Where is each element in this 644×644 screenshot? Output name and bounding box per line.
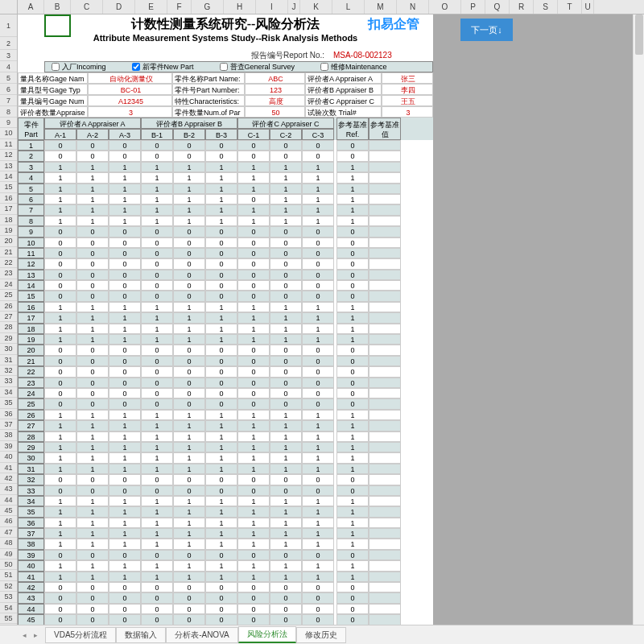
cell-value[interactable]: 0 (141, 582, 173, 592)
cell-part[interactable]: 3 (18, 162, 44, 172)
cell-part[interactable]: 16 (18, 302, 44, 312)
cell-part[interactable]: 19 (18, 334, 44, 345)
cell-value[interactable]: 1 (76, 312, 109, 323)
cell-value[interactable]: 0 (141, 151, 173, 161)
row-header-44[interactable]: 44 (0, 495, 17, 506)
cell-value[interactable]: 0 (237, 582, 270, 592)
cell-value[interactable]: 1 (141, 172, 173, 183)
cell-value[interactable]: 0 (44, 582, 76, 592)
cell-value[interactable]: 1 (270, 216, 302, 226)
cell-ref[interactable]: 0 (336, 226, 369, 237)
col-header-D[interactable]: D (103, 0, 135, 14)
cell-value[interactable]: 1 (109, 194, 141, 204)
cell-value[interactable]: 0 (173, 280, 205, 291)
cell-value[interactable]: 0 (270, 226, 302, 237)
row-header-3[interactable]: 3 (0, 50, 17, 61)
cell-value[interactable]: 1 (173, 302, 205, 312)
cell-ref[interactable]: 0 (336, 237, 369, 248)
cell-value[interactable]: 1 (270, 312, 302, 323)
cell-value[interactable]: 0 (141, 226, 173, 237)
cell-value[interactable]: 1 (173, 496, 205, 506)
cell-refvalue[interactable] (369, 248, 401, 258)
cell-value[interactable]: 1 (173, 518, 205, 528)
cell-value[interactable]: 1 (237, 184, 270, 194)
cell-value[interactable]: 0 (173, 398, 205, 409)
col-header-B[interactable]: B (44, 0, 71, 14)
col-header-S[interactable]: S (534, 0, 558, 14)
cell-ref[interactable]: 1 (336, 204, 369, 215)
cell-value[interactable]: 1 (44, 506, 76, 517)
cell-ref[interactable]: 0 (336, 248, 369, 258)
cell-part[interactable]: 36 (18, 518, 44, 528)
option-checkbox-0[interactable] (52, 63, 60, 71)
cell-ref[interactable]: 1 (336, 518, 369, 528)
cell-value[interactable]: 0 (109, 248, 141, 258)
row-header-50[interactable]: 50 (0, 559, 17, 570)
cell-value[interactable]: 0 (76, 366, 109, 377)
cell-value[interactable]: 0 (237, 194, 270, 204)
cell-value[interactable]: 0 (44, 345, 76, 355)
cell-refvalue[interactable] (369, 431, 401, 442)
cell-value[interactable]: 1 (173, 184, 205, 194)
cell-value[interactable]: 1 (302, 431, 334, 442)
cell-value[interactable]: 1 (302, 204, 334, 215)
row-header-34[interactable]: 34 (0, 387, 17, 398)
tab-first-icon[interactable]: ◂ (19, 630, 29, 641)
cell-part[interactable]: 4 (18, 172, 44, 183)
cell-value[interactable]: 0 (270, 604, 302, 614)
cell-refvalue[interactable] (369, 345, 401, 355)
cell-value[interactable]: 1 (205, 194, 237, 204)
cell-value[interactable]: 1 (302, 324, 334, 334)
col-header-G[interactable]: G (192, 0, 224, 14)
cell-value[interactable]: 1 (205, 464, 237, 474)
cell-part[interactable]: 8 (18, 216, 44, 226)
cell-value[interactable]: 0 (44, 356, 76, 366)
cell-value[interactable]: 1 (173, 410, 205, 420)
option-checkbox-1[interactable] (132, 63, 140, 71)
row-header-30[interactable]: 30 (0, 344, 17, 354)
cell-value[interactable]: 0 (141, 280, 173, 291)
cell-value[interactable]: 1 (237, 518, 270, 528)
cell-value[interactable]: 1 (141, 334, 173, 345)
cell-value[interactable]: 0 (44, 604, 76, 614)
cell-value[interactable]: 1 (141, 302, 173, 312)
cell-ref[interactable]: 0 (336, 258, 369, 269)
row-header-45[interactable]: 45 (0, 506, 17, 516)
cell-value[interactable]: 1 (173, 162, 205, 172)
cell-value[interactable]: 1 (237, 312, 270, 323)
cell-ref[interactable]: 0 (336, 356, 369, 366)
cell-ref[interactable]: 0 (336, 270, 369, 280)
cell-value[interactable]: 1 (141, 312, 173, 323)
cell-part[interactable]: 22 (18, 366, 44, 377)
cell-value[interactable]: 0 (173, 291, 205, 301)
cell-value[interactable]: 0 (270, 614, 302, 625)
row-header-4[interactable]: 4 (0, 61, 17, 72)
cell-value[interactable]: 1 (109, 334, 141, 345)
cell-value[interactable]: 0 (237, 237, 270, 248)
cell-value[interactable]: 1 (76, 528, 109, 539)
cell-value[interactable]: 0 (270, 388, 302, 398)
cell-value[interactable]: 0 (237, 291, 270, 301)
cell-value[interactable]: 0 (237, 226, 270, 237)
cell-value[interactable]: 1 (109, 420, 141, 431)
cell-value[interactable]: 0 (270, 366, 302, 377)
cell-value[interactable]: 1 (302, 464, 334, 474)
cell-value[interactable]: 0 (44, 280, 76, 291)
cell-part[interactable]: 24 (18, 388, 44, 398)
cell-value[interactable]: 1 (141, 216, 173, 226)
cell-value[interactable]: 0 (205, 291, 237, 301)
cell-value[interactable]: 1 (76, 572, 109, 582)
cell-value[interactable]: 0 (205, 151, 237, 161)
cell-value[interactable]: 0 (76, 614, 109, 625)
cell-value[interactable]: 1 (44, 528, 76, 539)
cell-value[interactable]: 0 (76, 248, 109, 258)
cell-value[interactable]: 0 (76, 582, 109, 592)
cell-value[interactable]: 1 (302, 528, 334, 539)
cell-value[interactable]: 1 (237, 162, 270, 172)
cell-value[interactable]: 0 (237, 151, 270, 161)
cell-ref[interactable]: 1 (336, 312, 369, 323)
cell-value[interactable]: 0 (109, 485, 141, 496)
cell-ref[interactable]: 0 (336, 388, 369, 398)
cell-refvalue[interactable] (369, 388, 401, 398)
cell-part[interactable]: 17 (18, 312, 44, 323)
